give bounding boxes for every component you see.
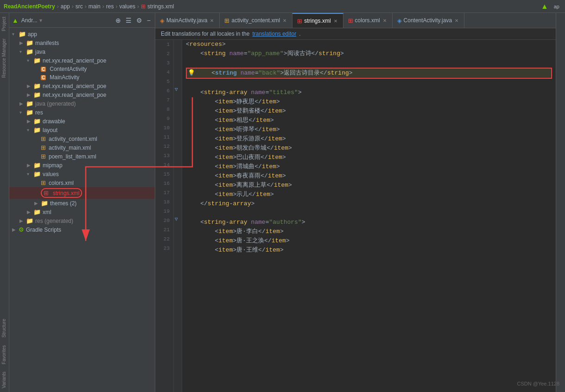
tree-arrow-themes: ▶: [34, 201, 41, 206]
code-area[interactable]: <resources> <string name="app_name">阅读古诗…: [182, 40, 556, 392]
tab-close-colors[interactable]: ✕: [382, 18, 387, 24]
breadcrumb-sep-4: ›: [102, 3, 104, 10]
folder-icon-mipmap: 📁: [33, 162, 41, 169]
tab-close-activity-content[interactable]: ✕: [282, 18, 287, 24]
tab-colors[interactable]: ⊞ colors.xml ✕: [343, 13, 393, 28]
tree-res[interactable]: ▾ 📁 res: [9, 108, 155, 117]
tree-layout[interactable]: ▾ 📁 layout: [9, 126, 155, 134]
tab-content-activity[interactable]: ◈ ContentActivity.java ✕: [393, 13, 465, 28]
sidebar-toolbar: ▲ Andr... ▾ ⊕ ☰ ⚙ −: [9, 13, 155, 28]
side-label-resource-manager[interactable]: Resource Manager: [0, 35, 9, 82]
tab-label-strings: strings.xml: [304, 18, 330, 24]
breadcrumb-values[interactable]: values: [119, 3, 135, 10]
breadcrumb-icon: ⊞: [141, 3, 146, 10]
tree-activity-main-xml[interactable]: ⊞ activity_main.xml: [9, 143, 155, 152]
line-num-20: 20: [159, 216, 170, 225]
file-icon-plx: ⊞: [41, 153, 46, 160]
tree-poem-list-xml[interactable]: ⊞ poem_list_item.xml: [9, 152, 155, 161]
line-num-8: 8: [159, 105, 170, 114]
tree-arrow-mipmap: ▶: [27, 163, 33, 168]
side-label-variants[interactable]: Variants: [0, 368, 9, 392]
tree-main-activity[interactable]: C MainActivity: [9, 73, 155, 82]
tree-java[interactable]: ▾ 📁 java: [9, 47, 155, 56]
tag-sa-titles: string-array: [204, 88, 248, 97]
tab-activity-content[interactable]: ⊞ activity_content.xml ✕: [220, 13, 292, 28]
code-line-20: <string-array name="authors">: [186, 218, 552, 227]
breadcrumb-bar: ReadAncientPoetry › app › src › main › r…: [0, 0, 565, 13]
code-line-16: <item>离离原上草</item>: [186, 181, 552, 190]
tree-net-2[interactable]: ▶ 📁 net.xyx.read_ancient_poe: [9, 82, 155, 90]
tag-resources: resources: [190, 40, 222, 49]
sidebar-tree: ▾ 📁 app ▶ 📁 manifests ▾ 📁 java: [9, 28, 155, 392]
gutter-fold-2[interactable]: ▽: [175, 216, 178, 222]
line-num-14: 14: [159, 160, 170, 170]
tree-gradle[interactable]: ▶ ⚙ Gradle Scripts: [9, 225, 155, 234]
code-line-9: <item>相思</item>: [186, 116, 552, 125]
sidebar-settings-btn[interactable]: ⚙: [135, 16, 144, 25]
tab-main-activity[interactable]: ◈ MainActivity.java ✕: [155, 13, 220, 28]
code-line-12: <item>朝发白帝城</item>: [186, 144, 552, 153]
breadcrumb-file[interactable]: strings.xml: [147, 3, 174, 10]
tree-java-gen[interactable]: ▶ 📁 java (generated): [9, 99, 155, 108]
breadcrumb-project[interactable]: ReadAncientPoetry: [4, 3, 55, 10]
tab-close-main-activity[interactable]: ✕: [209, 18, 215, 24]
tree-label-gradle: Gradle Scripts: [26, 227, 61, 233]
line-num-12: 12: [159, 142, 170, 151]
code-line-14: <item>渭城曲</item>: [186, 162, 552, 171]
tree-activity-content-xml[interactable]: ⊞ activity_content.xml: [9, 134, 155, 143]
gutter-fold-1[interactable]: ▽: [175, 86, 178, 92]
tabs-bar: ◈ MainActivity.java ✕ ⊞ activity_content…: [155, 13, 556, 28]
breadcrumb-main[interactable]: main: [89, 3, 101, 10]
breadcrumb-sep-5: ›: [115, 3, 117, 10]
side-label-structure[interactable]: Structure: [0, 315, 9, 341]
tree-arrow-res-gen: ▶: [19, 218, 26, 223]
sidebar-collapse-btn[interactable]: ☰: [124, 16, 133, 25]
line-num-17: 17: [159, 188, 170, 197]
tree-arrow-res: ▾: [19, 110, 26, 115]
line-num-19: 19: [159, 207, 170, 216]
hint-text: Edit translations for all locales in the: [161, 31, 249, 37]
line-num-3: 3: [159, 58, 170, 68]
folder-icon-java-gen: 📁: [26, 100, 33, 107]
line-num-6: 6: [159, 86, 170, 95]
tree-content-activity[interactable]: C ContentActivity: [9, 65, 155, 73]
tree-net-main[interactable]: ▾ 📁 net.xyx.read_ancient_poe: [9, 56, 155, 65]
tab-strings[interactable]: ⊞ strings.xml ✕: [292, 13, 343, 28]
breadcrumb-app[interactable]: app: [61, 3, 70, 10]
folder-icon-themes: 📁: [41, 200, 48, 207]
tree-strings-xml[interactable]: ⊞ strings.xml: [9, 187, 155, 199]
tree-colors-xml[interactable]: ⊞ colors.xml: [9, 178, 155, 187]
tree-xml[interactable]: ▶ 📁 xml: [9, 208, 155, 216]
tree-label-acx: activity_content.xml: [49, 136, 97, 142]
tab-close-content-activity[interactable]: ✕: [454, 18, 459, 24]
folder-icon-java: 📁: [26, 48, 33, 55]
tree-arrow-drawable: ▶: [27, 119, 33, 124]
side-label-favorites[interactable]: Favorites: [0, 341, 9, 368]
breadcrumb-src[interactable]: src: [76, 3, 83, 10]
hint-link[interactable]: translations editor: [252, 31, 296, 37]
tree-values[interactable]: ▾ 📁 values: [9, 170, 155, 178]
tree-themes[interactable]: ▶ 📁 themes (2): [9, 199, 155, 208]
sidebar-close-btn[interactable]: −: [146, 16, 152, 25]
top-right-icons: ▲ ap: [541, 2, 561, 11]
tree-res-gen[interactable]: ▶ 📁 res (generated): [9, 216, 155, 225]
tab-close-strings[interactable]: ✕: [333, 18, 338, 24]
tree-app[interactable]: ▾ 📁 app: [9, 30, 155, 38]
folder-icon-gradle: ⚙: [19, 226, 24, 233]
sidebar-sync-btn[interactable]: ⊕: [114, 16, 122, 25]
tree-label-net3: net.xyx.read_ancient_poe: [43, 92, 106, 98]
top-right-label: ap: [552, 3, 561, 10]
editor-content: 1 2 3 4 5 6 7 8 9 10 11 12 13 14 15 16 1…: [155, 40, 556, 392]
tab-icon-strings: ⊞: [297, 18, 302, 25]
tree-arrow-gradle: ▶: [12, 227, 19, 232]
tree-drawable[interactable]: ▶ 📁 drawable: [9, 117, 155, 126]
tree-manifests[interactable]: ▶ 📁 manifests: [9, 38, 155, 47]
tree-mipmap[interactable]: ▶ 📁 mipmap: [9, 161, 155, 170]
bracket-1: <: [186, 40, 190, 49]
tree-net-3[interactable]: ▶ 📁 net.xyx.read_ancient_poe: [9, 90, 155, 99]
side-label-project[interactable]: Project: [0, 13, 9, 35]
folder-icon-net2: 📁: [33, 82, 41, 89]
bracket-3: <: [200, 49, 204, 58]
breadcrumb-res[interactable]: res: [106, 3, 114, 10]
tree-arrow-java: ▾: [19, 49, 26, 54]
